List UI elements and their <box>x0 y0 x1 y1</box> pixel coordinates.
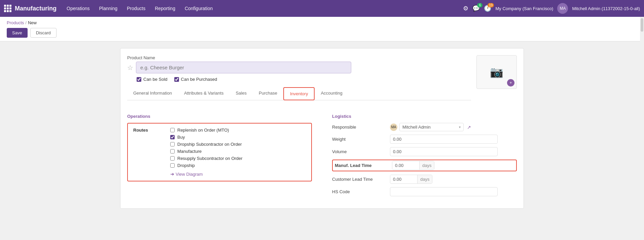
operations-section: Operations Routes Replenish on Order (MT… <box>127 114 312 196</box>
breadcrumb-separator: / <box>25 20 27 25</box>
product-image[interactable]: 📷 + <box>476 55 517 89</box>
manuf-lead-time-input[interactable]: 0.00 <box>392 161 419 170</box>
breadcrumb-parent[interactable]: Products <box>7 20 24 25</box>
customer-lead-time-unit: days <box>417 175 432 183</box>
responsible-label: Responsible <box>332 125 386 130</box>
apps-icon[interactable] <box>4 5 11 12</box>
action-buttons: Save Discard <box>7 28 637 38</box>
weight-input[interactable]: 0.00 <box>390 135 498 144</box>
favorite-star-icon[interactable]: ☆ <box>127 64 133 72</box>
routes-label: Routes <box>133 128 160 177</box>
route-dropship-checkbox[interactable] <box>170 163 175 168</box>
activity-badge: 19 <box>488 3 494 7</box>
product-name-input[interactable] <box>136 62 351 73</box>
nav-planning[interactable]: Planning <box>95 4 121 13</box>
can-be-sold-input[interactable] <box>137 77 141 82</box>
route-mto-label: Replenish on Order (MTO) <box>177 128 229 133</box>
activity-icon[interactable]: 🕐 19 <box>484 5 491 12</box>
arrow-right-icon: ➜ <box>170 171 174 177</box>
inventory-tab-content: Operations Routes Replenish on Order (MT… <box>127 106 517 202</box>
avatar[interactable]: MA <box>557 3 568 14</box>
can-be-purchased-checkbox[interactable]: Can be Purchased <box>174 77 217 82</box>
can-be-purchased-input[interactable] <box>174 77 179 82</box>
route-resupply-subcontractor-checkbox[interactable] <box>170 156 175 161</box>
view-diagram-link[interactable]: ➜ View Diagram <box>170 171 243 177</box>
camera-add-icon: + <box>507 79 514 87</box>
product-header: Product Name ☆ Can be Sold Can be Purcha… <box>127 55 517 100</box>
route-dropship[interactable]: Dropship <box>170 163 243 168</box>
customer-lead-time-row: Customer Lead Time 0.00 days <box>332 175 517 184</box>
route-mto-checkbox[interactable] <box>170 128 175 132</box>
nav-operations[interactable]: Operations <box>63 4 94 13</box>
chat-badge: 6 <box>477 3 482 7</box>
responsible-avatar: MA <box>390 124 397 131</box>
responsible-dropdown-icon[interactable]: ▾ <box>459 125 461 129</box>
logistics-grid: Responsible MA Mitchell Admin ▾ ↗ <box>332 123 517 196</box>
tab-accounting[interactable]: Accounting <box>315 87 348 100</box>
customer-lead-time-input[interactable]: 0.00 <box>390 175 417 183</box>
scrollbar-track[interactable] <box>640 17 644 240</box>
company-name: My Company (San Francisco) <box>495 6 553 11</box>
tab-attributes-variants[interactable]: Attributes & Variants <box>178 87 230 100</box>
route-manufacture-checkbox[interactable] <box>170 149 175 153</box>
routes-container: Routes Replenish on Order (MTO) Buy D <box>127 123 312 181</box>
scrollbar-thumb[interactable] <box>641 18 643 32</box>
can-be-purchased-label: Can be Purchased <box>181 77 217 82</box>
view-diagram-label: View Diagram <box>176 172 203 177</box>
logistics-section: Logistics Responsible MA Mitchell Admin … <box>332 114 517 196</box>
weight-label: Weight <box>332 137 386 142</box>
can-be-sold-label: Can be Sold <box>143 77 168 82</box>
responsible-external-link-icon[interactable]: ↗ <box>467 125 471 130</box>
hs-code-input[interactable] <box>390 187 498 196</box>
discard-button[interactable]: Discard <box>30 28 57 38</box>
route-resupply-subcontractor[interactable]: Resupply Subcontractor on Order <box>170 156 243 161</box>
nav-products[interactable]: Products <box>123 4 149 13</box>
route-buy[interactable]: Buy <box>170 135 243 140</box>
logistics-section-title: Logistics <box>332 114 517 119</box>
settings-icon[interactable]: ⚙ <box>463 5 468 12</box>
checkboxes-row: Can be Sold Can be Purchased <box>137 77 471 82</box>
main-content: Product Name ☆ Can be Sold Can be Purcha… <box>0 41 644 240</box>
route-dropship-subcontractor[interactable]: Dropship Subcontractor on Order <box>170 142 243 147</box>
manuf-lead-time-input-wrap: 0.00 days <box>392 161 434 170</box>
responsible-input-row: MA Mitchell Admin ▾ ↗ <box>390 123 471 131</box>
responsible-input[interactable]: Mitchell Admin <box>402 125 459 130</box>
top-bar: Products / New Save Discard <box>0 17 644 41</box>
customer-lead-time-label: Customer Lead Time <box>332 177 386 182</box>
tab-purchase[interactable]: Purchase <box>253 87 283 100</box>
route-manufacture[interactable]: Manufacture <box>170 149 243 154</box>
chat-icon[interactable]: 💬 6 <box>472 5 480 12</box>
responsible-input-wrap: Mitchell Admin ▾ <box>399 123 464 131</box>
route-manufacture-label: Manufacture <box>177 149 202 154</box>
nav-configuration[interactable]: Configuration <box>181 4 217 13</box>
product-name-section: Product Name ☆ Can be Sold Can be Purcha… <box>127 55 471 100</box>
can-be-sold-checkbox[interactable]: Can be Sold <box>137 77 168 82</box>
route-dropship-subcontractor-checkbox[interactable] <box>170 142 175 146</box>
tab-general-information[interactable]: General Information <box>127 87 178 100</box>
manuf-lead-time-row: Manuf. Lead Time 0.00 days <box>332 160 517 171</box>
hs-code-label: HS Code <box>332 189 386 194</box>
route-buy-label: Buy <box>177 135 185 140</box>
route-dropship-subcontractor-label: Dropship Subcontractor on Order <box>177 142 242 147</box>
manuf-lead-time-label: Manuf. Lead Time <box>334 163 388 168</box>
breadcrumb-current: New <box>28 20 37 25</box>
product-name-row: ☆ <box>127 62 471 73</box>
app-brand[interactable]: Manufacturing <box>4 5 57 12</box>
tab-sales[interactable]: Sales <box>229 87 253 100</box>
tabs: General Information Attributes & Variant… <box>127 87 471 100</box>
app-name: Manufacturing <box>15 5 57 12</box>
operations-section-title: Operations <box>127 114 312 119</box>
navbar-right: ⚙ 💬 6 🕐 19 My Company (San Francisco) MA… <box>463 3 640 14</box>
route-dropship-label: Dropship <box>177 163 195 168</box>
weight-row: Weight 0.00 <box>332 135 517 144</box>
product-name-label: Product Name <box>127 55 471 60</box>
camera-icon: 📷 <box>490 66 503 78</box>
nav-reporting[interactable]: Reporting <box>151 4 179 13</box>
route-resupply-subcontractor-label: Resupply Subcontractor on Order <box>177 156 243 161</box>
volume-input[interactable]: 0.00 <box>390 147 498 156</box>
tab-inventory[interactable]: Inventory <box>283 87 315 100</box>
route-buy-checkbox[interactable] <box>170 135 175 139</box>
volume-label: Volume <box>332 149 386 154</box>
save-button[interactable]: Save <box>7 28 28 38</box>
route-mto[interactable]: Replenish on Order (MTO) <box>170 128 243 133</box>
